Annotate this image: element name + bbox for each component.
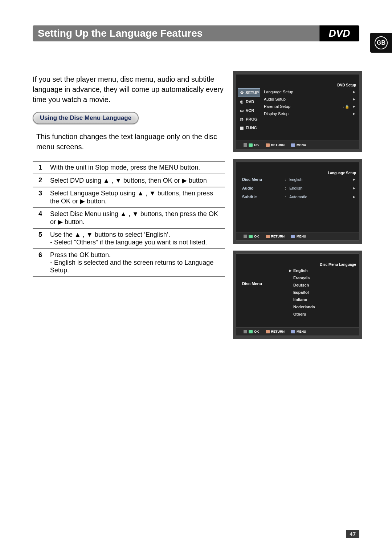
step-number: 1 (33, 161, 48, 174)
language-option[interactable]: ▶Deutsch (289, 282, 355, 288)
step-text: Select Language Setup using ▲ , ▼ button… (48, 187, 225, 208)
language-option[interactable]: ▶Nederlands (289, 304, 355, 310)
footer-return: RETURN (271, 143, 285, 147)
osd2-row[interactable]: Disc Menu:English▶ (242, 176, 355, 183)
step-number: 5 (33, 228, 48, 249)
osd1-menu-item[interactable]: Display Setup▶ (264, 111, 355, 117)
vcr-icon: ▭ (239, 107, 245, 113)
intro-text: If you set the player menu, disc menu, a… (33, 74, 225, 105)
osd-footer: OK RETURN MENU (236, 141, 359, 149)
footer-ok: OK (254, 143, 259, 147)
osd1-menu-item[interactable]: Parental Setup: 🔒▶ (264, 104, 355, 109)
chevron-right-icon: ▶ (353, 186, 355, 190)
menu-icon (291, 235, 295, 238)
step-text: Select DVD using ▲ , ▼ buttons, then OK … (48, 174, 225, 187)
page-title: Setting Up the Language Features (33, 25, 319, 41)
osd1-header: DVD Setup (337, 83, 356, 87)
step-number: 6 (33, 249, 48, 277)
osd3-header: Disc Menu Language (320, 263, 356, 267)
osd-language-setup: Language Setup Disc Menu:English▶Audio:E… (236, 162, 359, 241)
chevron-right-icon: ▶ (353, 97, 355, 101)
ok-icon (249, 143, 253, 147)
language-option[interactable]: ▶Italiano (289, 297, 355, 303)
osd2-row[interactable]: Audio:English▶ (242, 185, 355, 191)
section-desc: This function changes the text language … (33, 131, 225, 152)
setup-icon: ✿ (239, 90, 244, 96)
func-icon: ▦ (239, 125, 245, 131)
osd1-side-item[interactable]: ▭VCR (238, 106, 260, 114)
menu-icon (291, 330, 295, 333)
chevron-right-icon: ▶ (353, 178, 355, 181)
osd2-row[interactable]: Subtitle:Automatic▶ (242, 194, 355, 200)
language-option[interactable]: ▶English (289, 268, 355, 273)
prog-icon: ◔ (239, 116, 245, 122)
language-option[interactable]: ▶Others (289, 311, 355, 317)
osd2-header: Language Setup (328, 171, 356, 175)
return-icon (266, 143, 270, 147)
osd1-side-item[interactable]: ▦FUNC (238, 124, 260, 132)
chevron-right-icon: ▶ (353, 195, 355, 199)
osd-footer: OK RETURN MENU (236, 232, 359, 240)
step-number: 2 (33, 174, 48, 187)
chevron-right-icon: ▶ (353, 112, 355, 115)
selected-marker-icon: ▶ (289, 269, 291, 272)
osd1-side-item[interactable]: ◎DVD (238, 98, 260, 106)
osd3-left-label: Disc Menu (242, 268, 289, 326)
return-icon (266, 235, 270, 238)
chevron-right-icon: ▶ (353, 105, 355, 108)
chevron-right-icon: ▶ (353, 90, 355, 94)
step-number: 4 (33, 208, 48, 228)
step-number: 3 (33, 187, 48, 208)
osd1-menu-item[interactable]: Audio Setup▶ (264, 96, 355, 102)
dvd-icon: ◎ (239, 99, 245, 105)
title-bar: Setting Up the Language Features DVD (33, 25, 359, 41)
osd1-side-item[interactable]: ✿SETUP (238, 88, 260, 97)
osd-footer: OK RETURN MENU (236, 327, 359, 336)
osd-dvd-setup: DVD Setup ✿SETUP◎DVD▭VCR◔PROG▦FUNC Langu… (236, 74, 359, 149)
osd1-side-item[interactable]: ◔PROG (238, 115, 260, 123)
title-badge: DVD (319, 25, 359, 41)
section-pill: Using the Disc Menu Language (33, 112, 139, 124)
step-text: Use the ▲ , ▼ buttons to select ‘English… (48, 228, 225, 249)
ok-icon (249, 330, 253, 333)
side-tab-label: GB (375, 36, 388, 49)
return-icon (266, 330, 270, 333)
osd1-menu-item[interactable]: Language Setup▶ (264, 89, 355, 95)
ok-icon (249, 235, 253, 238)
step-text: With the unit in Stop mode, press the ME… (48, 161, 225, 174)
language-option[interactable]: ▶Français (289, 275, 355, 281)
menu-icon (291, 143, 295, 147)
osd-disc-menu-language: Disc Menu Language Disc Menu ▶English▶Fr… (236, 253, 359, 336)
side-tab: GB (370, 33, 392, 53)
step-text: Press the OK button. - English is select… (48, 249, 225, 277)
footer-menu: MENU (297, 143, 306, 147)
step-text: Select Disc Menu using ▲ , ▼ buttons, th… (48, 208, 225, 228)
page-number: 47 (346, 530, 359, 538)
steps-table: 1With the unit in Stop mode, press the M… (33, 161, 225, 277)
language-option[interactable]: ▶Español (289, 289, 355, 295)
